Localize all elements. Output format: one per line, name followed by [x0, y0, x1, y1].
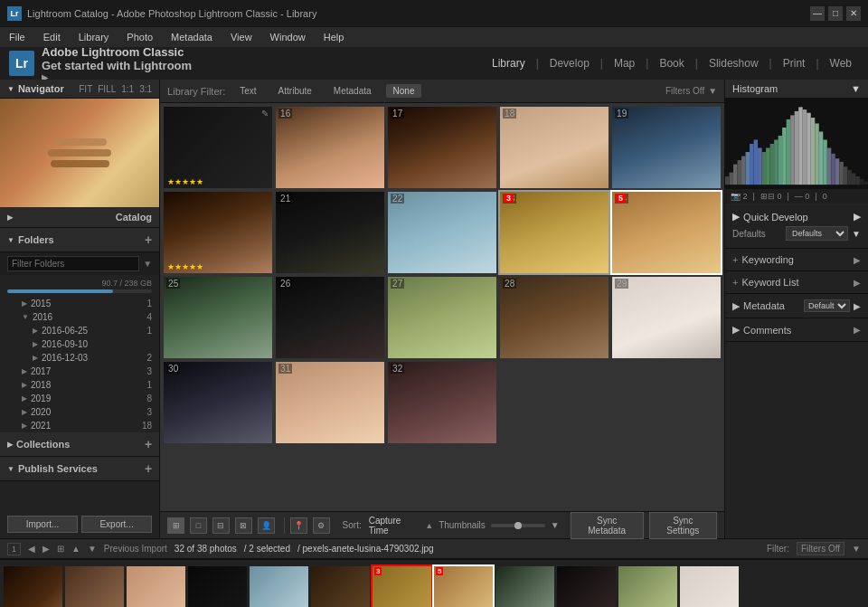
- folder-item-2016[interactable]: ▼ 2016 4: [0, 310, 159, 324]
- filter-folders-input[interactable]: [7, 256, 139, 271]
- grid-cell-16[interactable]: 16: [276, 107, 384, 188]
- filmstrip-filter-arrow[interactable]: ▼: [852, 544, 861, 554]
- module-book[interactable]: Book: [652, 53, 691, 73]
- metadata-item[interactable]: ▶ Metadata Default ▶: [725, 294, 868, 318]
- keywording-item[interactable]: + Keywording ▶: [725, 249, 868, 271]
- grid-cell-17[interactable]: 17: [388, 107, 496, 188]
- grid-cell-24[interactable]: 24 5: [612, 192, 721, 273]
- zoom-fill[interactable]: FILL: [98, 84, 116, 94]
- grid-cell-22[interactable]: 22: [388, 192, 496, 273]
- grid-cell-25[interactable]: 25: [164, 277, 272, 358]
- grid-view-small[interactable]: ⊞: [57, 544, 64, 554]
- folder-item-2016-12-03[interactable]: ▶ 2016-12-03 2: [0, 351, 159, 365]
- kl-expand[interactable]: ▶: [854, 278, 861, 288]
- fs-photo-25[interactable]: [495, 566, 554, 608]
- menu-file[interactable]: File: [5, 30, 29, 44]
- folder-item-2016-09-10[interactable]: ▶ 2016-09-10: [0, 337, 159, 351]
- fs-photo-6[interactable]: [311, 566, 370, 608]
- fs-photo-3[interactable]: [127, 566, 185, 608]
- thumbnail-slider[interactable]: [491, 524, 545, 527]
- filter-metadata-btn[interactable]: Metadata: [326, 84, 379, 98]
- titlebar-controls[interactable]: — □ ✕: [810, 6, 861, 21]
- grid-cell-21[interactable]: 21: [276, 192, 384, 273]
- menu-metadata[interactable]: Metadata: [167, 30, 216, 44]
- grid-cell-18[interactable]: 18: [500, 107, 609, 188]
- menu-view[interactable]: View: [227, 30, 256, 44]
- grid-cell-31[interactable]: 31: [276, 362, 384, 443]
- view-survey-btn[interactable]: ⊠: [235, 517, 252, 534]
- module-map[interactable]: Map: [607, 53, 642, 73]
- module-develop[interactable]: Develop: [542, 53, 597, 73]
- fs-photo-2[interactable]: [65, 566, 124, 608]
- quick-develop-header[interactable]: ▶ Quick Develop ▶: [732, 207, 861, 226]
- slider-thumb[interactable]: [514, 522, 522, 529]
- fs-photo-4[interactable]: [188, 566, 247, 608]
- zoom-3-1[interactable]: 3:1: [139, 84, 152, 94]
- menu-library[interactable]: Library: [75, 30, 113, 44]
- fs-photo-5[interactable]: [250, 566, 308, 608]
- folders-header[interactable]: ▼ Folders +: [0, 228, 159, 252]
- folder-item-2018[interactable]: ▶ 2018 1: [0, 378, 159, 392]
- module-library[interactable]: Library: [485, 53, 533, 73]
- histogram-expand[interactable]: ▼: [851, 83, 861, 94]
- keywording-expand[interactable]: ▶: [854, 255, 861, 265]
- grid-cell-26[interactable]: 26: [276, 277, 384, 358]
- grid-cell-28[interactable]: 28: [500, 277, 609, 358]
- zoom-fit[interactable]: FIT: [79, 84, 92, 94]
- sort-direction-icon[interactable]: ▲: [425, 521, 433, 530]
- sync-metadata-button[interactable]: Sync Metadata: [571, 512, 644, 539]
- folder-item-2016-06-25[interactable]: ▶ 2016-06-25 1: [0, 324, 159, 337]
- export-button[interactable]: Export...: [81, 516, 152, 533]
- grid-cell-27[interactable]: 27: [388, 277, 496, 358]
- view-people-btn[interactable]: 👤: [258, 517, 275, 534]
- filter-text-btn[interactable]: Text: [232, 84, 263, 98]
- import-button[interactable]: Import...: [7, 516, 78, 533]
- fs-photo-1[interactable]: [4, 566, 62, 608]
- histogram-header[interactable]: Histogram ▼: [725, 80, 868, 99]
- fs-photo-23[interactable]: 3: [373, 566, 431, 608]
- comments-item[interactable]: ▶ Comments ▶: [725, 318, 868, 342]
- folder-item-2020[interactable]: ▶ 2020 3: [0, 405, 159, 419]
- fs-photo-26[interactable]: [557, 566, 616, 608]
- nav-prev[interactable]: ◀: [28, 544, 35, 554]
- minimize-button[interactable]: —: [810, 6, 825, 21]
- menu-photo[interactable]: Photo: [123, 30, 156, 44]
- sort-value[interactable]: Capture Time: [369, 516, 420, 536]
- folder-item-2015[interactable]: ▶ 2015 1: [0, 297, 159, 310]
- filter-none-btn[interactable]: None: [386, 84, 422, 98]
- catalog-header[interactable]: ▶ Catalog: [0, 207, 159, 228]
- grid-cell-20[interactable]: ★★★★★: [164, 192, 272, 273]
- folders-add-button[interactable]: +: [145, 232, 152, 247]
- folder-item-2021[interactable]: ▶ 2021 18: [0, 419, 159, 432]
- map-pin-btn[interactable]: 📍: [290, 517, 307, 534]
- view-grid-btn[interactable]: ⊞: [167, 517, 184, 534]
- module-slideshow[interactable]: Slideshow: [702, 53, 766, 73]
- grid-cell-32[interactable]: 32: [388, 362, 496, 443]
- fs-photo-24[interactable]: 5: [434, 566, 493, 608]
- nav-next[interactable]: ▶: [42, 544, 50, 554]
- fs-photo-28[interactable]: [680, 566, 739, 608]
- metadata-presets-btn[interactable]: ⚙: [313, 517, 330, 534]
- zoom-1-1[interactable]: 1:1: [121, 84, 134, 94]
- view-loupe-btn[interactable]: □: [190, 517, 207, 534]
- folder-item-2019[interactable]: ▶ 2019 8: [0, 392, 159, 405]
- view-compare-btn[interactable]: ⊟: [212, 517, 230, 534]
- comments-expand[interactable]: ▶: [854, 325, 861, 335]
- nav-up[interactable]: ▲: [71, 544, 80, 554]
- module-web[interactable]: Web: [823, 53, 859, 73]
- menu-edit[interactable]: Edit: [40, 30, 64, 44]
- sync-settings-button[interactable]: Sync Settings: [649, 512, 718, 539]
- grid-cell-29[interactable]: 29: [612, 277, 721, 358]
- fs-photo-27[interactable]: [618, 566, 677, 608]
- menu-help[interactable]: Help: [320, 30, 348, 44]
- filter-attribute-btn[interactable]: Attribute: [271, 84, 319, 98]
- menu-window[interactable]: Window: [267, 30, 309, 44]
- navigator-header[interactable]: ▼ Navigator FIT FILL 1:1 3:1: [0, 80, 159, 99]
- metadata-expand2[interactable]: ▶: [854, 301, 861, 311]
- maximize-button[interactable]: □: [828, 6, 843, 21]
- keyword-list-item[interactable]: + Keyword List ▶: [725, 271, 868, 294]
- grid-cell-30[interactable]: 30: [164, 362, 272, 443]
- close-button[interactable]: ✕: [846, 6, 861, 21]
- grid-cell-19[interactable]: 19: [612, 107, 721, 188]
- nav-down[interactable]: ▼: [88, 544, 97, 554]
